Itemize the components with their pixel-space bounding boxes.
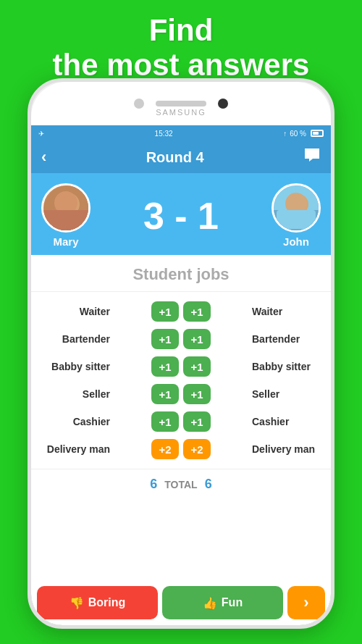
airplane-icon: ✈ [38, 130, 44, 138]
svg-point-5 [274, 185, 321, 233]
badge-left: +2 [151, 439, 179, 459]
badge-left: +1 [151, 356, 179, 377]
badges: +1 +1 [151, 356, 211, 377]
player1-name: Mary [53, 235, 78, 248]
phone-frame: SAMSUNG ✈ 15:32 ↑ 60 % ‹ [28, 78, 334, 629]
badge-right: +1 [183, 384, 211, 404]
svg-point-7 [288, 194, 308, 214]
svg-point-9 [300, 201, 303, 204]
next-button[interactable]: › [287, 586, 325, 619]
content-card: Student jobs Waiter +1 +1 Waiter Bartend… [31, 255, 331, 625]
total-right: 6 [205, 477, 212, 492]
brand-label: SAMSUNG [31, 108, 331, 117]
boring-button[interactable]: 👎 Boring [37, 586, 158, 619]
badge-left: +1 [151, 329, 179, 349]
avatar-mary [41, 183, 90, 233]
table-row: Babby sitter +1 +1 Babby sitter [41, 353, 321, 380]
speaker-icon [156, 101, 206, 106]
back-button[interactable]: ‹ [41, 148, 46, 167]
battery-status: 60 % [290, 130, 306, 138]
badges: +1 +1 [151, 411, 211, 432]
answer-label-left: Seller [41, 388, 110, 400]
status-time: 15:32 [155, 130, 173, 138]
phone-screen: ✈ 15:32 ↑ 60 % ‹ Round 4 [31, 125, 331, 625]
answer-label-left: Bartender [41, 333, 110, 345]
chevron-right-icon: › [303, 593, 308, 612]
badge-right: +1 [183, 329, 211, 349]
player2-name: John [283, 235, 309, 248]
svg-rect-6 [274, 210, 321, 233]
header-title: Find the most answers [0, 0, 362, 83]
phone-top-hardware: SAMSUNG [31, 82, 331, 125]
answer-label-right: Delivery man [252, 443, 321, 455]
badges: +1 +1 [151, 301, 211, 322]
badge-right: +1 [183, 411, 211, 432]
answer-label-left: Waiter [41, 306, 110, 317]
thumbs-up-icon: 👍 [203, 596, 217, 610]
svg-point-2 [52, 217, 84, 233]
svg-point-8 [293, 201, 296, 204]
fun-label: Fun [222, 596, 243, 609]
answer-label-left: Delivery man [41, 443, 110, 455]
answer-label-left: Cashier [41, 416, 110, 427]
badge-left: +1 [151, 384, 179, 404]
answer-label-right: Waiter [252, 306, 321, 317]
table-row: Bartender +1 +1 Bartender [41, 325, 321, 353]
badge-left: +1 [151, 411, 179, 432]
badges: +2 +2 [151, 439, 211, 459]
round-title: Round 4 [146, 149, 204, 166]
chat-button[interactable] [303, 147, 321, 167]
badge-right: +1 [183, 356, 211, 377]
svg-point-4 [70, 201, 73, 204]
bottom-buttons: 👎 Boring 👍 Fun › [31, 586, 331, 619]
badges: +1 +1 [151, 384, 211, 404]
badges: +1 +1 [151, 329, 211, 349]
fun-button[interactable]: 👍 Fun [162, 586, 283, 619]
table-row: Cashier +1 +1 Cashier [41, 408, 321, 435]
svg-point-3 [63, 201, 66, 204]
table-row: Delivery man +2 +2 Delivery man [41, 435, 321, 463]
answer-label-left: Babby sitter [41, 361, 110, 372]
nav-bar: ‹ Round 4 [31, 141, 331, 173]
answer-label-right: Seller [252, 388, 321, 400]
status-bar: ✈ 15:32 ↑ 60 % [31, 125, 331, 141]
table-row: Seller +1 +1 Seller [41, 380, 321, 408]
category-title: Student jobs [31, 255, 331, 292]
total-left: 6 [150, 477, 157, 492]
battery-icon [311, 130, 324, 137]
avatar-john [272, 183, 321, 233]
badge-right: +1 [183, 301, 211, 322]
boring-label: Boring [88, 596, 126, 609]
score-display: 3 - 1 [90, 194, 272, 238]
camera-left-icon [134, 99, 144, 109]
svg-point-0 [43, 185, 90, 233]
total-row: 6 TOTAL 6 [31, 469, 331, 496]
thumbs-down-icon: 👎 [70, 596, 84, 610]
player1: Mary [41, 183, 90, 248]
badge-left: +1 [151, 301, 179, 322]
signal-icon: ↑ [283, 130, 287, 138]
player2: John [272, 183, 321, 248]
game-area: Mary 3 - 1 [31, 173, 331, 255]
table-row: Waiter +1 +1 Waiter [41, 298, 321, 325]
answer-label-right: Babby sitter [252, 361, 321, 372]
total-label: TOTAL [164, 479, 197, 490]
answer-label-right: Cashier [252, 416, 321, 427]
answers-table: Waiter +1 +1 Waiter Bartender +1 +1 Bart… [31, 292, 331, 469]
svg-point-1 [56, 193, 80, 216]
camera-right-icon [218, 99, 228, 109]
answer-label-right: Bartender [252, 333, 321, 345]
badge-right: +2 [183, 439, 211, 459]
